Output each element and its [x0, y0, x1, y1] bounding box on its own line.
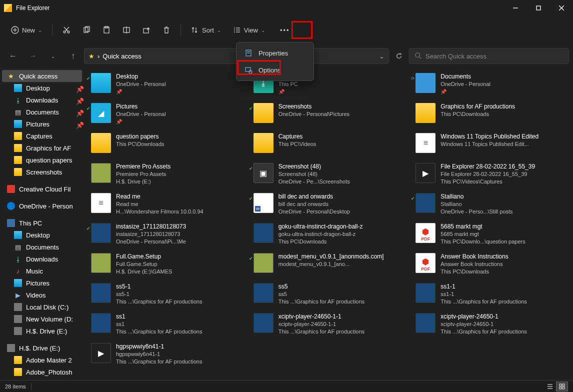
tiles-view-button[interactable] — [556, 382, 568, 392]
chevron-down-icon[interactable]: ⌄ — [379, 52, 384, 60]
pictures-folder-icon: ◢ — [91, 103, 111, 123]
file-item[interactable]: ss1-1 ss1-1 This ...\Graphics for AF pro… — [414, 282, 567, 311]
svg-line-25 — [420, 56, 422, 58]
folder-icon — [254, 133, 274, 153]
file-name: ss5-1 — [116, 283, 202, 290]
back-button[interactable]: ← — [4, 47, 22, 65]
sidebar-this-pc[interactable]: This PC — [0, 217, 84, 229]
file-item[interactable]: ≡ Read me Read me H...\Wondershare Filmo… — [90, 192, 242, 221]
share-button[interactable] — [138, 21, 156, 39]
svg-rect-36 — [560, 387, 562, 389]
sidebar-item[interactable]: ▤Documents📌 — [0, 106, 84, 118]
sidebar-quick-access[interactable]: ★Quick access — [2, 70, 82, 82]
view-button[interactable]: View ⌄ — [228, 21, 270, 39]
file-item[interactable]: xciptv-player-24650-1 xciptv-player-2465… — [414, 312, 567, 341]
maximize-button[interactable] — [527, 0, 550, 16]
text-file-icon: ≡ — [91, 193, 111, 213]
close-button[interactable] — [550, 0, 573, 16]
file-list[interactable]: ✔ Desktop OneDrive - Personal 📌 ⭳ Downlo… — [84, 68, 573, 380]
image-thumbnail-icon — [254, 313, 274, 333]
sidebar-item[interactable]: Screenshots — [0, 166, 84, 178]
svg-point-24 — [416, 52, 420, 57]
rename-button[interactable] — [118, 21, 136, 39]
file-item[interactable]: ⬢PDF Answer Book Instructions Answer Boo… — [414, 252, 567, 281]
sidebar-item[interactable]: Graphics for AF — [0, 142, 84, 154]
sidebar-onedrive[interactable]: OneDrive - Person — [0, 200, 84, 212]
file-item[interactable]: ss1 ss1 This ...\Graphics for AF product… — [90, 312, 242, 341]
cut-button[interactable] — [58, 21, 76, 39]
recent-button[interactable]: ⌄ — [44, 47, 62, 65]
paste-button[interactable] — [98, 21, 116, 39]
navigation-pane[interactable]: ★Quick accessDesktop📌⭳Downloads📌▤Documen… — [0, 68, 84, 380]
sidebar-item[interactable]: ▶Videos — [0, 289, 84, 301]
search-box[interactable]: Search Quick access — [409, 48, 569, 64]
image-thumbnail-icon — [416, 193, 436, 213]
sidebar-item-label: Graphics for AF — [26, 144, 84, 152]
sync-ok-icon: ✔ — [85, 225, 92, 232]
refresh-button[interactable] — [391, 48, 407, 64]
sidebar-item[interactable]: Adobe_Photosh — [0, 366, 84, 378]
up-button[interactable]: ↑ — [64, 47, 82, 65]
sidebar-item[interactable]: ♪Music — [0, 265, 84, 277]
file-item[interactable]: ✔ ◢ Pictures OneDrive - Personal 📌 — [90, 102, 242, 131]
file-item[interactable]: question papers This PC\Downloads — [90, 132, 242, 161]
new-button[interactable]: New ⌄ — [6, 21, 47, 39]
search-placeholder: Search Quick access — [426, 52, 486, 60]
file-item[interactable]: ≡ Windows 11 Topics Published Edited Win… — [414, 132, 567, 161]
sidebar-item[interactable]: Pictures📌 — [0, 118, 84, 130]
file-item[interactable]: ✔ ▣ Screenshot (48) Screenshot (48) OneD… — [252, 162, 405, 191]
sidebar-item[interactable]: Pictures — [0, 277, 84, 289]
file-subtitle: This PC — [278, 80, 308, 88]
file-item[interactable]: ✔ W bill dec and onwards bill dec and on… — [252, 192, 405, 221]
details-view-button[interactable] — [544, 382, 556, 392]
file-item[interactable]: ss5 ss5 This ...\Graphics for AF product… — [252, 282, 405, 311]
file-item[interactable]: ✔ Desktop OneDrive - Personal 📌 — [90, 72, 242, 101]
file-item[interactable]: xciptv-player-24650-1-1 xciptv-player-24… — [252, 312, 405, 341]
file-item[interactable]: ✔ instasize_1711280128073 instasize_1711… — [90, 222, 242, 251]
sidebar-item[interactable]: Captures — [0, 130, 84, 142]
file-name: question papers — [116, 133, 164, 140]
file-item[interactable]: ✔ modest_menu_v0.9.1_[anonmods.com] mode… — [252, 252, 405, 281]
sidebar-item[interactable]: Desktop📌 — [0, 82, 84, 94]
file-item[interactable]: Graphics for AF productions This PC\Down… — [414, 102, 567, 131]
file-item[interactable]: ✔ Stalliano Stalliano OneDrive - Perso..… — [414, 192, 567, 221]
sidebar-creative-cloud[interactable]: Creative Cloud Fil — [0, 183, 84, 195]
sidebar-item[interactable]: New Volume (D: — [0, 313, 84, 325]
file-item[interactable]: ⟳ Documents OneDrive - Personal 📌 — [414, 72, 567, 101]
file-path: H.$. Drive (E:) — [116, 178, 170, 186]
file-item[interactable]: ss5-1 ss5-1 This ...\Graphics for AF pro… — [90, 282, 242, 311]
more-button[interactable]: ••• — [276, 21, 294, 39]
file-subtitle: OneDrive - Personal\Pictures — [278, 110, 350, 118]
properties-item[interactable]: Properties — [238, 44, 312, 62]
pc-icon — [7, 219, 15, 227]
video-file-icon: ▶ — [416, 163, 436, 183]
options-item[interactable]: Options — [238, 62, 312, 78]
file-item[interactable]: Full.Game.Setup Full.Game.Setup H.$. Dri… — [90, 252, 242, 281]
sidebar-item[interactable]: Adobe Master 2 — [0, 354, 84, 366]
file-item[interactable]: ✔ Screenshots OneDrive - Personal\Pictur… — [252, 102, 405, 131]
file-item[interactable]: ▶ File Explorer 28-02-2022 16_55_39 File… — [414, 162, 567, 191]
sidebar-item[interactable]: question papers — [0, 154, 84, 166]
sidebar-item[interactable]: ⭳Downloads📌 — [0, 94, 84, 106]
file-item[interactable]: Captures This PC\Videos — [252, 132, 405, 161]
file-item[interactable]: Premiere Pro Assets Premiere Pro Assets … — [90, 162, 242, 191]
sidebar-item[interactable]: Local Disk (C:) — [0, 301, 84, 313]
sidebar-item[interactable]: Desktop — [0, 229, 84, 241]
sidebar-item[interactable]: ▤Documents — [0, 241, 84, 253]
video-file-icon: ▶ — [91, 343, 111, 363]
file-item[interactable]: ▶ hgpspwwiy6n41-1 hgpspwwiy6n41-1 This .… — [90, 342, 242, 371]
copy-button[interactable] — [78, 21, 96, 39]
file-item[interactable]: goku-ultra-instinct-dragon-ball-z goku-u… — [252, 222, 405, 251]
delete-button[interactable] — [158, 21, 176, 39]
sidebar-external-drive[interactable]: H.$. Drive (E:) — [0, 342, 84, 354]
pdf-file-icon: ⬢PDF — [416, 223, 436, 243]
file-subtitle: Read me — [116, 200, 204, 208]
file-path: This ...\Graphics for AF productions — [440, 328, 526, 336]
archive-file-icon — [91, 163, 111, 183]
file-item[interactable]: ⬢PDF 5685 markt mgt 5685 markt mgt This … — [414, 222, 567, 251]
sort-button[interactable]: Sort ⌄ — [186, 21, 226, 39]
minimize-button[interactable] — [504, 0, 527, 16]
forward-button[interactable]: → — [24, 47, 42, 65]
sidebar-item[interactable]: H.$. Drive (E:) — [0, 325, 84, 337]
sidebar-item[interactable]: ⭳Downloads — [0, 253, 84, 265]
